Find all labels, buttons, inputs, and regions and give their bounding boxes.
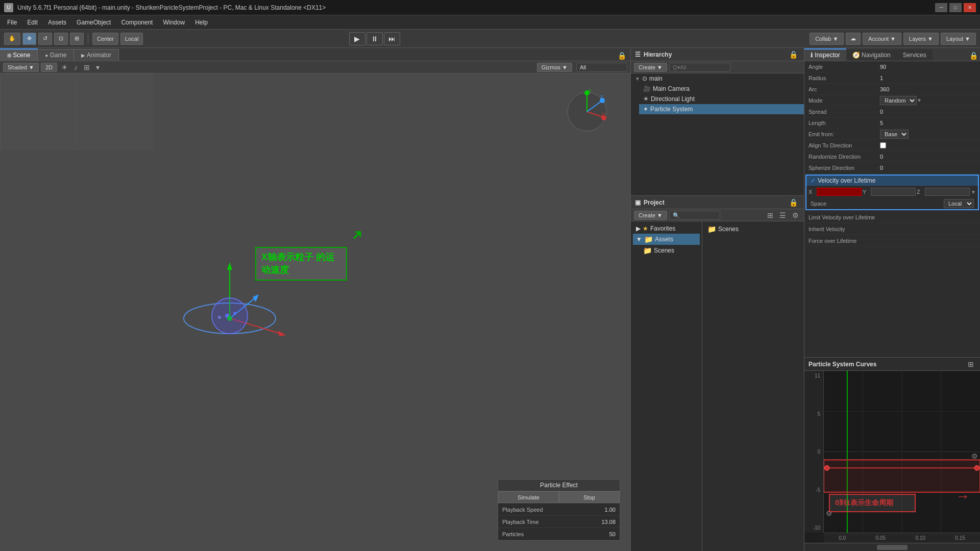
play-button[interactable]: ▶	[349, 32, 365, 45]
scene-lock-button[interactable]: 🔒	[614, 51, 630, 61]
maximize-button[interactable]: □	[949, 3, 962, 12]
project-search[interactable]	[669, 211, 720, 220]
hierarchy-lock[interactable]: 🔒	[787, 49, 800, 60]
project-favorites[interactable]: ▶ ★ Favorites	[633, 223, 700, 234]
mode-select[interactable]: Random	[880, 96, 917, 105]
layers-button[interactable]: Layers ▼	[903, 33, 939, 45]
project-scenes-item[interactable]: 📁 Scenes	[704, 223, 802, 235]
y-bar[interactable]	[871, 188, 916, 196]
align-checkbox[interactable]	[880, 142, 886, 148]
ylabel-neg5: -5	[805, 487, 822, 493]
xlabel-0: 0.0	[839, 535, 846, 541]
curves-panel: Particle System Curves ⊞ 11 5 0 -5 -10	[804, 357, 980, 551]
tab-inspector[interactable]: ℹ Inspector	[804, 48, 846, 61]
tab-game[interactable]: ● Game	[38, 49, 74, 61]
tab-navigation[interactable]: 🧭 Navigation	[846, 49, 897, 61]
menu-component[interactable]: Component	[116, 17, 158, 28]
menu-window[interactable]: Window	[158, 17, 190, 28]
hand-tool[interactable]: ✋	[4, 33, 20, 45]
svg-text:X: X	[602, 112, 605, 117]
scene-search[interactable]	[576, 63, 627, 72]
simulate-button[interactable]: Simulate	[498, 491, 559, 503]
camera-icon: 🎥	[643, 85, 651, 92]
menu-assets[interactable]: Assets	[43, 17, 71, 28]
project-scenes-folder[interactable]: 📁 Scenes	[633, 245, 700, 256]
rotate-tool[interactable]: ↺	[38, 33, 52, 45]
audio-button[interactable]: ♪	[72, 62, 80, 72]
shaded-dropdown[interactable]: Shaded ▼	[3, 63, 39, 72]
tab-scene[interactable]: ⊞ Scene	[0, 48, 38, 61]
project-lock[interactable]: 🔒	[787, 197, 800, 208]
collab-button[interactable]: Collab ▼	[810, 33, 844, 45]
inspector-panel: ℹ Inspector 🧭 Navigation Services 🔒 Angl…	[804, 48, 980, 551]
step-button[interactable]: ⏭	[384, 32, 400, 45]
cloud-button[interactable]: ☁	[846, 33, 861, 45]
length-label: Length	[808, 120, 880, 126]
limit-velocity-label[interactable]: Limit Velocity over Lifetime	[808, 212, 976, 221]
hierarchy-create[interactable]: Create ▼	[634, 63, 667, 72]
pause-button[interactable]: ⏸	[366, 32, 383, 45]
scene-tabs: ⊞ Scene ● Game ▶ Animator 🔒	[0, 48, 630, 61]
menu-file[interactable]: File	[2, 17, 22, 28]
rect-tool[interactable]: ⊞	[70, 33, 84, 45]
x-label: X	[808, 189, 816, 195]
project-assets-folder[interactable]: ▼ 📁 Assets	[633, 234, 700, 245]
force-over-lifetime-label[interactable]: Force over Lifetime	[808, 236, 976, 245]
local-button[interactable]: Local	[120, 33, 143, 45]
playback-time-value: 13.08	[597, 519, 620, 525]
emitfrom-select[interactable]: Base	[880, 130, 909, 139]
center-button[interactable]: Center	[92, 33, 118, 45]
curves-x-axis: 0.0 0.05 0.10 0.15	[824, 533, 980, 543]
stop-button[interactable]: Stop	[559, 491, 620, 503]
project-view-btn1[interactable]: ⊞	[765, 210, 775, 220]
fx-button[interactable]: ⊞	[82, 62, 92, 72]
move-tool[interactable]: ✥	[22, 33, 36, 45]
z-bar[interactable]	[925, 188, 970, 196]
hier-item-main[interactable]: ▼ ⊙ main	[631, 73, 804, 84]
light-icon: ☀	[643, 95, 649, 103]
project-view-btn2[interactable]: ☰	[777, 210, 788, 220]
gizmos-button[interactable]: Gizmos ▼	[537, 63, 572, 72]
x-bar[interactable]	[817, 188, 862, 196]
project-settings[interactable]: ⚙	[790, 210, 801, 220]
scene-viewport[interactable]: Y X Z < Persp X轴表示粒子 的运动速度 ➜ Particle Ef…	[0, 73, 630, 551]
spherize-value: 0	[880, 165, 976, 171]
fx-dropdown[interactable]: ▾	[94, 62, 102, 72]
star-icon: ★	[643, 225, 648, 232]
lighting-button[interactable]: ☀	[59, 62, 70, 72]
hier-item-particle[interactable]: ✦ Particle System	[639, 104, 804, 114]
hierarchy-icon: ☰	[635, 51, 641, 58]
tab-services[interactable]: Services	[897, 49, 933, 61]
titlebar: U Unity 5.6.7f1 Personal (64bit) - main.…	[0, 0, 980, 15]
space-select[interactable]: Local World	[944, 199, 974, 208]
hier-item-light[interactable]: ☀ Directional Light	[639, 94, 804, 104]
account-button[interactable]: Account ▼	[863, 33, 901, 45]
2d-button[interactable]: 2D	[41, 63, 57, 72]
insp-row-randomize: Randomize Direction 0	[804, 151, 980, 162]
scroll-thumb[interactable]	[877, 545, 908, 550]
hier-item-camera[interactable]: 🎥 Main Camera	[639, 84, 804, 94]
animator-icon: ▶	[81, 53, 85, 58]
svg-point-34	[824, 465, 829, 470]
navigation-icon: 🧭	[852, 52, 860, 59]
inherit-velocity-label[interactable]: Inherit Velocity	[808, 224, 976, 233]
project-create[interactable]: Create ▼	[634, 211, 667, 220]
scale-tool[interactable]: ⊡	[54, 33, 68, 45]
curves-y-axis: 11 5 0 -5 -10	[804, 371, 824, 533]
project-right-panel: 📁 Scenes	[702, 221, 804, 551]
curves-gear-right[interactable]: ⚙	[971, 452, 978, 460]
inspector-lock[interactable]: 🔒	[967, 51, 980, 61]
layout-button[interactable]: Layout ▼	[941, 33, 976, 45]
project-icon: ▣	[635, 199, 641, 206]
minimize-button[interactable]: ─	[935, 3, 947, 12]
tab-animator[interactable]: ▶ Animator	[74, 49, 119, 61]
vel-dropdown[interactable]: ▼	[971, 189, 976, 195]
hierarchy-search[interactable]	[669, 63, 730, 72]
curves-scrollbar[interactable]	[804, 543, 980, 551]
menu-help[interactable]: Help	[190, 17, 213, 28]
close-button[interactable]: ✕	[964, 3, 976, 12]
menu-gameobject[interactable]: GameObject	[71, 17, 116, 28]
menu-edit[interactable]: Edit	[22, 17, 43, 28]
curves-maximize[interactable]: ⊞	[966, 359, 976, 369]
annotation-x-axis: X轴表示粒子 的运动速度	[255, 247, 347, 281]
